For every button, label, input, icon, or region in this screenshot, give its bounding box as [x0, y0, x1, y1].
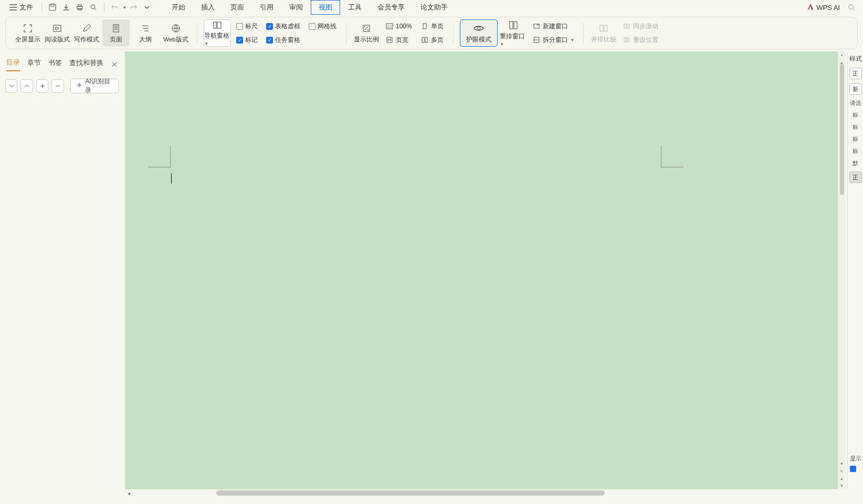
style-heading-2[interactable]: 标: [853, 123, 858, 131]
arrange-icon: [508, 19, 519, 31]
document-page[interactable]: [148, 67, 736, 489]
split-window-button[interactable]: 拆分窗口▾: [529, 34, 577, 46]
undo-button[interactable]: [109, 1, 121, 14]
table-frame-checkbox[interactable]: ✓表格虚框: [263, 20, 303, 33]
scroll-marker[interactable]: ▾: [840, 483, 843, 488]
reset-icon: [623, 36, 631, 44]
close-icon: [111, 61, 118, 68]
nav-pane-button[interactable]: 导航窗格▾: [204, 19, 231, 47]
style-default[interactable]: 默: [853, 159, 858, 167]
print-preview-button[interactable]: [87, 1, 100, 14]
nav-tab-bookmark[interactable]: 书签: [48, 58, 62, 71]
scroll-marker[interactable]: ▴: [840, 476, 843, 481]
wps-ai-button[interactable]: WPS AI: [807, 4, 840, 12]
scroll-down-button[interactable]: ▾: [840, 461, 843, 466]
hscroll-left-button[interactable]: ◂: [125, 489, 132, 497]
nav-pane-label: 导航窗格▾: [204, 32, 230, 46]
nav-tab-toc[interactable]: 目录: [6, 58, 20, 71]
reading-label: 阅读版式: [45, 36, 70, 44]
undo-dropdown[interactable]: ▾: [123, 5, 126, 10]
separator: [583, 23, 584, 44]
style-body[interactable]: 正: [849, 171, 862, 183]
tab-page[interactable]: 页面: [223, 0, 252, 15]
file-label: 文件: [19, 3, 33, 12]
scroll-marker[interactable]: ≡: [840, 468, 843, 474]
nav-tab-findreplace[interactable]: 查找和替换: [69, 58, 103, 71]
collapse-up-button[interactable]: [20, 79, 33, 93]
tab-review[interactable]: 审阅: [281, 0, 311, 15]
svg-point-5: [91, 5, 95, 9]
search-icon: [848, 4, 855, 11]
hscroll-track[interactable]: [132, 490, 838, 496]
style-heading-1[interactable]: 标: [853, 111, 858, 119]
style-heading-3[interactable]: 标: [853, 135, 858, 143]
svg-rect-1: [51, 4, 54, 6]
hscroll-thumb[interactable]: [216, 490, 605, 496]
single-page-icon: [420, 22, 429, 30]
gridlines-checkbox[interactable]: 网格线: [306, 20, 340, 33]
expand-down-button[interactable]: [5, 79, 17, 93]
ribbon: 全屏显示 阅读版式 写作模式 页面 大纲 Web版式 导航窗格▾ 标尺: [5, 17, 858, 49]
document-area[interactable]: [125, 51, 838, 489]
file-menu[interactable]: 文件: [5, 1, 37, 14]
ai-sparkle-icon: [76, 82, 82, 90]
arrange-window-button[interactable]: 重排窗口▾: [500, 19, 527, 47]
multi-page-button[interactable]: 多页: [417, 34, 447, 46]
single-page-button[interactable]: 单页: [417, 20, 447, 33]
tab-view[interactable]: 视图: [311, 0, 340, 15]
svg-rect-19: [422, 37, 424, 42]
tab-start[interactable]: 开始: [164, 0, 193, 15]
reading-mode-button[interactable]: 阅读版式: [44, 19, 71, 47]
scroll-top-button[interactable]: ▪: [840, 52, 842, 58]
tab-member[interactable]: 会员专享: [370, 0, 413, 15]
print-button[interactable]: [73, 1, 86, 14]
zoom-ratio-button[interactable]: 显示比例: [353, 19, 380, 47]
eye-protect-button[interactable]: 护眼模式: [460, 19, 498, 47]
side-by-side-button[interactable]: 并排比较: [590, 19, 617, 47]
checkbox-icon: [309, 23, 315, 30]
show-label: 显示: [850, 455, 861, 463]
svg-rect-27: [604, 25, 607, 31]
style-panel: 样式 正 新 请选 标 标 标 标 默 正 显示: [847, 51, 863, 489]
style-normal[interactable]: 正: [849, 68, 862, 79]
page-width-button[interactable]: 页宽: [382, 34, 415, 46]
web-layout-button[interactable]: Web版式: [161, 19, 191, 47]
sync-scroll-button: 同步滚动: [619, 20, 661, 33]
search-button[interactable]: [845, 1, 858, 14]
export-button[interactable]: [60, 1, 72, 14]
sync-icon: [623, 22, 631, 30]
navigation-pane: 目录 章节 书签 查找和替换 AI识别目录: [0, 51, 124, 489]
ai-toc-button[interactable]: AI识别目录: [70, 79, 119, 93]
vertical-scrollbar[interactable]: [840, 64, 844, 195]
tab-tools[interactable]: 工具: [340, 0, 370, 15]
markup-checkbox[interactable]: ✓标记: [233, 34, 261, 46]
svg-rect-20: [425, 37, 427, 42]
taskpane-checkbox[interactable]: ✓任务窗格: [263, 34, 303, 46]
zoom-100-button[interactable]: 1:1100%: [382, 20, 415, 33]
reading-icon: [51, 23, 63, 34]
redo-button[interactable]: [127, 1, 140, 14]
show-checkbox[interactable]: [850, 466, 856, 472]
undo-icon: [111, 3, 119, 12]
style-heading-4[interactable]: 标: [853, 147, 858, 155]
tab-insert[interactable]: 插入: [193, 0, 223, 15]
tab-thesis[interactable]: 论文助手: [413, 0, 456, 15]
remove-button[interactable]: [51, 79, 64, 93]
fullscreen-button[interactable]: 全屏显示: [14, 19, 41, 47]
horizontal-scrollbar-area: ◂: [125, 489, 838, 497]
writing-label: 写作模式: [74, 36, 99, 44]
tab-reference[interactable]: 引用: [252, 0, 281, 15]
more-qa-button[interactable]: [141, 1, 153, 14]
outline-button[interactable]: 大纲: [132, 19, 159, 47]
style-new[interactable]: 新: [849, 83, 862, 95]
margin-corner: [661, 146, 661, 168]
new-window-button[interactable]: 新建窗口: [529, 20, 577, 33]
writing-mode-button[interactable]: 写作模式: [73, 19, 100, 47]
nav-close-button[interactable]: [111, 61, 118, 68]
ruler-checkbox[interactable]: 标尺: [233, 20, 261, 33]
add-button[interactable]: [36, 79, 48, 93]
svg-point-13: [364, 26, 365, 27]
page-view-button[interactable]: 页面: [102, 19, 130, 47]
save-button[interactable]: [46, 1, 59, 14]
nav-tab-chapter[interactable]: 章节: [27, 58, 41, 71]
